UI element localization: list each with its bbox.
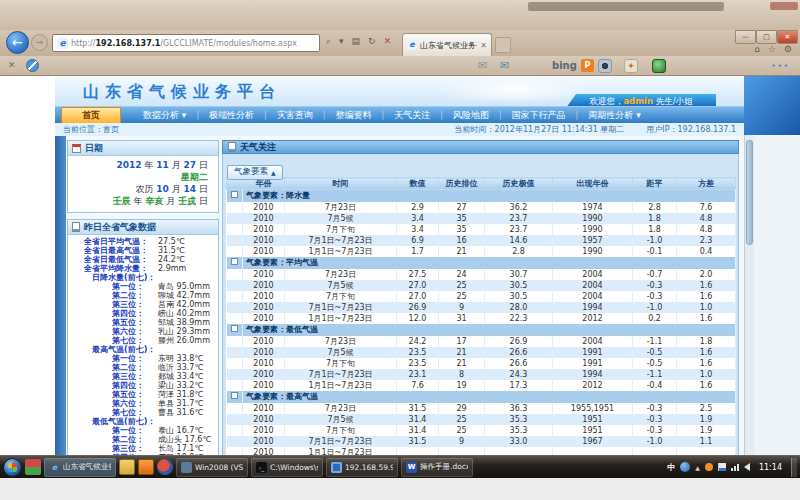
taskbar-ie-button[interactable]: e 山东省气候业务平台	[44, 458, 116, 477]
table-cell: 2010	[243, 213, 285, 224]
camera-addon-icon[interactable]	[598, 59, 612, 73]
mail-icon[interactable]: ✉	[478, 59, 487, 72]
weather-rank-line: 第三位：郯城 33.4℃	[70, 372, 216, 381]
table-cell: 17.3	[485, 380, 553, 391]
table-cell: 2012	[553, 313, 633, 324]
group-checkbox[interactable]	[231, 392, 238, 399]
group-checkbox[interactable]	[231, 325, 238, 332]
group-header-row: 气象要素：平均气温	[227, 257, 736, 269]
table-cell: 1991	[553, 347, 633, 358]
table-cell: 2010	[243, 302, 285, 313]
back-button[interactable]: ←	[6, 31, 29, 54]
table-cell: 25	[439, 291, 485, 302]
taskbar-window-button[interactable]: W操作手册.docx ...	[401, 458, 473, 477]
weather-watch-title: 天气关注	[240, 141, 276, 154]
group-label: 气象要素：最高气温	[243, 391, 736, 403]
table-cell: 1.8	[677, 336, 736, 347]
stop-icon[interactable]: ✕	[384, 36, 392, 47]
show-desktop-button[interactable]	[791, 458, 797, 477]
search-dropdown-icon[interactable]: ▾	[339, 36, 344, 47]
bing-search-icon[interactable]: P	[581, 59, 594, 72]
address-bar[interactable]: e http://192.168.137.1/GLCCLIMATE/module…	[52, 34, 320, 52]
scrollbar-thumb[interactable]	[746, 140, 753, 245]
date-panel-title: 日期	[85, 142, 103, 155]
blocked-content-icon[interactable]	[26, 59, 39, 72]
nav-item-2[interactable]: 数据分析 ▾	[133, 109, 196, 122]
table-cell: 1951	[553, 414, 633, 425]
table-cell: -1.1	[633, 369, 677, 380]
table-row: 20107月下旬27.02530.52004-0.31.6	[227, 291, 736, 302]
home-icon[interactable]: ⌂	[754, 44, 760, 54]
globe-addon-icon[interactable]	[652, 59, 666, 73]
vertical-scrollbar[interactable]	[744, 135, 754, 455]
table-cell	[397, 447, 439, 456]
new-tab-button[interactable]	[495, 37, 511, 53]
ime-icon[interactable]	[680, 462, 690, 472]
taskbar-clock[interactable]: 11:14	[759, 463, 782, 472]
nav-item-7[interactable]: 风险地图	[443, 109, 499, 122]
group-checkbox[interactable]	[231, 191, 238, 198]
volume-icon[interactable]	[744, 463, 750, 471]
sparkle-addon-icon[interactable]: ✦	[624, 59, 638, 73]
nav-item-1[interactable]: 首页	[61, 107, 121, 124]
url-text[interactable]: http://192.168.137.1/GLCCLIMATE/modules/…	[71, 39, 297, 48]
browser-tab[interactable]: e 山东省气候业务平... ✕	[402, 33, 492, 56]
input-method-indicator[interactable]: 中	[667, 462, 675, 473]
weather-rank-line: 第一位：泰山 16.7℃	[70, 426, 216, 435]
table-cell: 33.0	[485, 436, 553, 447]
table-cell: 2010	[243, 347, 285, 358]
table-cell: 1994	[553, 369, 633, 380]
taskbar-window-button[interactable]: ›_C:\Windows\s...	[251, 458, 323, 477]
launcher-icon[interactable]	[25, 459, 41, 475]
close-button[interactable]: ✕	[777, 30, 798, 44]
column-header: 历史排位	[439, 178, 485, 190]
compatibility-icon[interactable]: ▤	[352, 36, 361, 47]
table-cell: 2.8	[485, 246, 553, 257]
element-filter-button[interactable]: 气象要素 ▲	[227, 165, 283, 180]
browser-nav-bar: ← → e http://192.168.137.1/GLCCLIMATE/mo…	[0, 30, 800, 56]
forward-button[interactable]: →	[31, 34, 48, 51]
window-controls: — □ ✕	[735, 30, 798, 44]
action-center-flag-icon[interactable]	[718, 463, 726, 471]
date-panel: 日期 2012 年 11 月 27 日星期二农历 10 月 14 日壬辰 年 辛…	[67, 140, 219, 213]
nav-item-5[interactable]: 整编资料	[326, 109, 382, 122]
taskbar-windows: Win2008 (VS2...›_C:\Windows\s...192.168.…	[176, 458, 473, 477]
nav-item-4[interactable]: 灾害查询	[267, 109, 323, 122]
media-player-icon[interactable]	[157, 459, 173, 475]
table-cell: 1.7	[397, 246, 439, 257]
group-checkbox[interactable]	[231, 258, 238, 265]
window-label: 操作手册.docx ...	[420, 462, 468, 472]
refresh-icon[interactable]: ↻	[368, 36, 376, 47]
start-button[interactable]	[3, 458, 22, 477]
taskbar-window-button[interactable]: 192.168.59.99...	[326, 458, 398, 477]
weather-watch-body: 气象要素 ▲ 年份时间数值历史排位历史极值出现年份距平方差气象要素：降水量201…	[222, 154, 739, 455]
taskbar-window-button[interactable]: Win2008 (VS2...	[176, 458, 248, 477]
tray-expand-icon[interactable]: ▲	[695, 464, 700, 471]
table-cell: 7月1日~7月23日	[285, 302, 397, 313]
app-orange-icon[interactable]	[138, 459, 154, 475]
toolbar-close-icon[interactable]: ✕	[8, 60, 16, 70]
weather-stat-line: 全省日最高气温：31.5℃	[70, 246, 216, 255]
table-cell: 30.7	[485, 269, 553, 280]
explorer-icon[interactable]	[119, 459, 135, 475]
more-options-dots-icon[interactable]: •••	[772, 62, 790, 70]
table-cell: 2010	[243, 269, 285, 280]
nav-item-8[interactable]: 国家下行产品	[502, 109, 576, 122]
nav-item-3[interactable]: 极端性分析	[199, 109, 264, 122]
term-icon: ›_	[256, 462, 267, 473]
maximize-button[interactable]: □	[756, 30, 777, 44]
minimize-button[interactable]: —	[735, 30, 756, 44]
tray-app-icon[interactable]	[705, 463, 713, 471]
favorites-icon[interactable]: ☆	[768, 44, 776, 54]
nav-item-6[interactable]: 天气关注	[384, 109, 440, 122]
search-icon[interactable]: ⌕	[326, 36, 331, 47]
tab-close-icon[interactable]: ✕	[480, 41, 487, 50]
mail-blue-icon[interactable]: ✉	[500, 59, 509, 72]
table-cell: 23.7	[485, 224, 553, 235]
weather-panel-body: 全省日平均气温：27.5℃全省日最高气温：31.5℃全省日最低气温：24.2℃全…	[68, 235, 218, 455]
nav-item-9[interactable]: 周期性分析 ▾	[578, 109, 650, 122]
network-icon[interactable]	[731, 464, 739, 471]
settings-gear-icon[interactable]: ⚙	[784, 44, 792, 54]
weather-rank-line: 第五位：菏泽 31.8℃	[70, 390, 216, 399]
date-panel-body: 2012 年 11 月 27 日星期二农历 10 月 14 日壬辰 年 辛亥 月…	[68, 156, 218, 212]
